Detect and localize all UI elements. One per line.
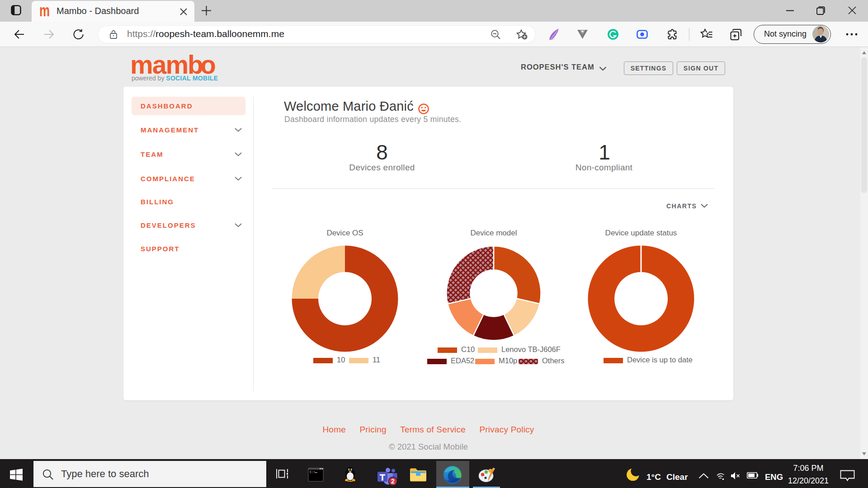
svg-text:2: 2 [391,478,395,485]
svg-text:C:\: C:\ [310,470,316,474]
